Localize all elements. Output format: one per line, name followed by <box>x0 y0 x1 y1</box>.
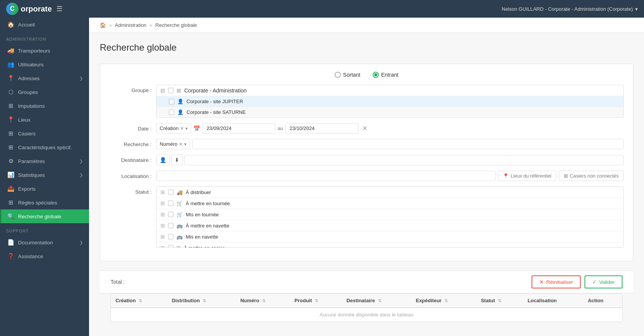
page-content: Recherche globale Sortant Entrant <box>89 33 644 336</box>
home-breadcrumb-icon[interactable]: 🏠 <box>100 22 106 28</box>
destinataire-control: 👤 ⬇ <box>156 155 624 165</box>
th-expediteur[interactable]: Expéditeur ⇅ <box>411 294 476 308</box>
radio-sortant-label: Sortant <box>343 72 360 78</box>
radio-entrant-label: Entrant <box>381 72 398 78</box>
export-icon: 📤 <box>7 185 14 192</box>
users-icon: 👥 <box>7 61 14 68</box>
casiers-non-connectes-button[interactable]: ⊞ Casiers non connectés <box>559 171 624 181</box>
destinataire-person-btn[interactable]: 👤 <box>156 155 170 165</box>
results-table: Création ⇅ Distribution ⇅ Numéro ⇅ <box>111 294 622 322</box>
statut-plus-1[interactable]: ⊞ <box>160 200 165 206</box>
th-distribution[interactable]: Distribution ⇅ <box>167 294 236 308</box>
main-content: 🏠 » Administration » Recherche globale R… <box>89 18 644 336</box>
person-icon-1: 👤 <box>177 99 183 104</box>
breadcrumb-sep-1: » <box>109 22 112 28</box>
statut-icon-3: 🚌 <box>177 223 183 229</box>
sort-icon-statut: ⇅ <box>498 298 501 303</box>
sidebar-item-assistance[interactable]: ❓ Assistance <box>0 249 89 263</box>
statut-plus-4[interactable]: ⊞ <box>160 234 165 240</box>
destinataire-input[interactable] <box>184 155 624 165</box>
statut-plus-0[interactable]: ⊞ <box>160 189 165 195</box>
th-produit[interactable]: Produit ⇅ <box>290 294 342 308</box>
statut-cb-5[interactable] <box>168 245 173 248</box>
sidebar-section-admin: ADMINISTRATION <box>0 31 89 44</box>
sidebar-item-regles[interactable]: ⊞ Règles spéciales <box>0 196 89 209</box>
validate-check-icon: ✓ <box>592 279 597 285</box>
sidebar-item-adresses[interactable]: 📍 Adresses ❯ <box>0 71 89 85</box>
sidebar-item-utilisateurs[interactable]: 👥 Utilisateurs <box>0 58 89 71</box>
sidebar-item-imputations[interactable]: ⊞ Imputations <box>0 99 89 113</box>
date-from-input[interactable] <box>202 123 275 133</box>
person-icon-2: 👤 <box>177 109 183 115</box>
statut-plus-5[interactable]: ⊞ <box>160 245 165 248</box>
destinataire-group-btn[interactable]: ⬇ <box>171 155 183 165</box>
validate-button[interactable]: ✓ Valider <box>585 275 623 288</box>
sidebar-label-groupes: Groupes <box>18 89 83 95</box>
date-to-input[interactable] <box>286 123 358 133</box>
statut-item-3: ⊞ 🚌 À mettre en navette <box>157 220 623 231</box>
sidebar-label-statistiques: Statistiques <box>18 172 76 178</box>
th-destinataire[interactable]: Destinataire ⇅ <box>342 294 411 308</box>
user-info[interactable]: Nelson GUILLARD - Corporate - Administra… <box>502 6 638 12</box>
recherche-type-arrow[interactable]: ▾ <box>184 142 187 147</box>
sidebar-item-accueil[interactable]: 🏠 Accueil <box>0 18 89 31</box>
sidebar-label-utilisateurs: Utilisateurs <box>18 62 83 68</box>
date-type-tag: Création ✕ ▾ <box>156 123 191 133</box>
direction-row: Sortant Entrant <box>109 72 624 78</box>
date-type-label: Création <box>160 125 178 131</box>
recherche-text-input[interactable] <box>192 139 624 149</box>
date-type-clear[interactable]: ✕ <box>180 126 184 131</box>
date-control: Création ✕ ▾ 📅 au ✕ <box>156 123 624 133</box>
th-numero[interactable]: Numéro ⇅ <box>236 294 290 308</box>
collapse-icon[interactable]: ⊟ <box>160 87 165 94</box>
localisation-fields: 📍 Lieux du référentiel ⊞ Casiers non con… <box>156 171 624 181</box>
sidebar-label-recherche: Recherche globale <box>18 214 83 219</box>
statut-cb-1[interactable] <box>168 201 173 206</box>
radio-sortant[interactable]: Sortant <box>335 72 360 78</box>
th-statut[interactable]: Statut ⇅ <box>476 294 523 308</box>
localisation-input[interactable] <box>156 171 495 181</box>
groupe-child1-checkbox[interactable] <box>169 99 174 104</box>
th-action[interactable]: Action <box>583 294 622 308</box>
sidebar-item-casiers[interactable]: ⊞ Casiers <box>0 127 89 140</box>
group-icon: ⬡ <box>7 89 14 96</box>
sidebar-item-exports[interactable]: 📤 Exports <box>0 182 89 196</box>
sidebar-item-transporteurs[interactable]: 🚚 Transporteurs <box>0 44 89 58</box>
groupe-parent-checkbox[interactable] <box>168 88 173 93</box>
sidebar-item-documentation[interactable]: 📄 Documentation ❯ <box>0 236 89 249</box>
home-icon: 🏠 <box>7 21 14 28</box>
sidebar-item-lieux[interactable]: 📍 Lieux <box>0 113 89 127</box>
statut-label: Statut : <box>109 186 152 195</box>
calendar-icon[interactable]: 📅 <box>193 125 200 132</box>
statut-cb-0[interactable] <box>168 189 173 195</box>
groupe-child2-name: Corporate - site SATURNE <box>187 109 246 115</box>
reset-button[interactable]: ✕ Réinitialiser <box>532 275 581 288</box>
statut-cb-4[interactable] <box>168 234 173 239</box>
sidebar-item-parametres[interactable]: ⚙ Paramètres ❯ <box>0 154 89 168</box>
sidebar-item-groupes[interactable]: ⬡ Groupes <box>0 85 89 99</box>
statut-plus-3[interactable]: ⊞ <box>160 222 165 229</box>
sidebar-item-recherche[interactable]: 🔍 Recherche globale <box>0 209 89 223</box>
sidebar-label-regles: Règles spéciales <box>18 200 83 206</box>
statut-item-5: ⊞ ⊞ À mettre en casier <box>157 242 623 248</box>
group-parent-grid-icon: ⊞ <box>177 87 181 94</box>
date-type-arrow[interactable]: ▾ <box>185 126 188 131</box>
sidebar-item-caracteristiques[interactable]: ⊞ Caractéristiques spécif. <box>0 140 89 154</box>
recherche-type-clear[interactable]: ✕ <box>179 142 183 147</box>
sidebar-label-accueil: Accueil <box>18 22 83 28</box>
th-creation[interactable]: Création ⇅ <box>111 294 167 308</box>
statut-cb-2[interactable] <box>168 212 173 217</box>
radio-entrant[interactable]: Entrant <box>373 72 398 78</box>
th-localisation[interactable]: Localisation <box>523 294 583 308</box>
statut-icon-0: 🚚 <box>177 189 183 195</box>
breadcrumb-admin[interactable]: Administration <box>115 22 146 28</box>
date-clear-icon[interactable]: ✕ <box>361 125 369 132</box>
sidebar-item-statistiques[interactable]: 📊 Statistiques ❯ <box>0 168 89 182</box>
lieux-referentiel-button[interactable]: 📍 Lieux du référentiel <box>498 171 556 181</box>
statut-plus-2[interactable]: ⊞ <box>160 211 165 217</box>
statut-cb-3[interactable] <box>168 223 173 228</box>
validate-label: Valider <box>599 279 615 285</box>
groupe-child2-checkbox[interactable] <box>169 110 174 115</box>
hamburger-icon[interactable]: ☰ <box>56 5 63 13</box>
date-fields: Création ✕ ▾ 📅 au ✕ <box>156 123 624 133</box>
